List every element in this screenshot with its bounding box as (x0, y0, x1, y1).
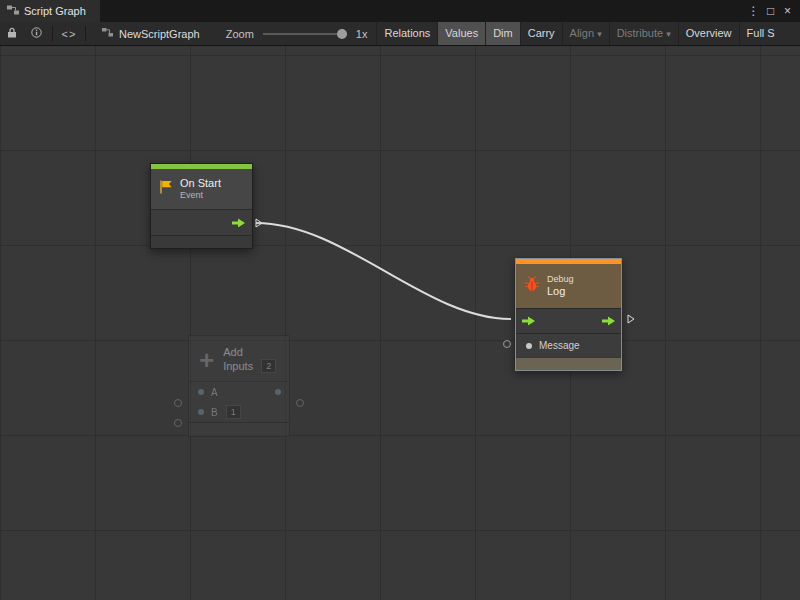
lock-icon (7, 27, 17, 40)
carry-button[interactable]: Carry (520, 22, 562, 45)
info-button[interactable] (24, 22, 48, 45)
zoom-slider-track[interactable] (263, 33, 347, 35)
fullscreen-button[interactable]: Full S (739, 22, 782, 45)
relations-button[interactable]: Relations (376, 22, 437, 45)
values-button[interactable]: Values (437, 22, 485, 45)
port-a-dot[interactable] (198, 389, 204, 395)
input-a-port[interactable] (174, 399, 182, 407)
tab-title: Script Graph (24, 5, 86, 17)
node-port-row (516, 308, 621, 333)
graph-name[interactable]: NewScriptGraph (102, 27, 200, 40)
inputs-count-field[interactable]: 2 (261, 359, 276, 373)
plus-icon: + (199, 348, 214, 372)
bug-icon (524, 276, 540, 296)
trigger-output-port[interactable] (627, 314, 635, 324)
node-title: Add (223, 346, 276, 359)
trigger-input-arrow-icon[interactable] (522, 317, 535, 326)
zoom-label: Zoom (226, 28, 254, 40)
input-row-b[interactable]: B 1 (189, 402, 289, 422)
overview-button[interactable]: Overview (678, 22, 739, 45)
node-debug-log[interactable]: Debug Log Message (515, 258, 622, 371)
node-title-block: Add Inputs 2 (223, 346, 276, 373)
title-bar: Script Graph ⋮ □ × (0, 0, 800, 22)
node-on-start[interactable]: On Start Event (150, 163, 253, 249)
toolbar-separator (85, 26, 86, 41)
node-title-block: Debug Log (547, 274, 574, 298)
code-icon: <> (62, 28, 77, 40)
code-view-button[interactable]: <> (57, 22, 81, 45)
chevron-down-icon: ▾ (666, 29, 671, 39)
window-controls: ⋮ □ × (745, 0, 800, 22)
lock-button[interactable] (0, 22, 24, 45)
node-title: Log (547, 285, 574, 298)
message-label: Message (539, 340, 580, 351)
toolbar-separator (52, 26, 53, 41)
message-input-port[interactable] (503, 340, 511, 348)
node-title: On Start (180, 177, 221, 190)
align-button-label: Align (570, 27, 594, 39)
node-subtitle: Event (180, 190, 221, 201)
distribute-button-label: Distribute (617, 27, 663, 39)
input-row-a[interactable]: A (189, 381, 289, 402)
flag-icon (159, 180, 173, 198)
align-button[interactable]: Align ▾ (562, 22, 609, 45)
node-footer (516, 357, 621, 370)
zoom-slider-handle[interactable] (337, 29, 347, 39)
node-subtitle: Inputs (223, 360, 253, 373)
tab-script-graph[interactable]: Script Graph (0, 0, 100, 22)
zoom-value: 1x (356, 28, 368, 40)
port-b-label: B (211, 407, 218, 418)
node-port-row (151, 209, 252, 235)
port-b-dot[interactable] (198, 409, 204, 415)
info-icon (31, 27, 42, 40)
node-category: Debug (547, 274, 574, 285)
maximize-icon[interactable]: □ (762, 0, 779, 22)
zoom-slider[interactable] (263, 29, 347, 39)
message-input-row[interactable]: Message (516, 333, 621, 357)
graph-name-label: NewScriptGraph (119, 28, 200, 40)
input-b-port[interactable] (174, 419, 182, 427)
script-graph-icon (7, 4, 19, 18)
node-header[interactable]: Debug Log (516, 264, 621, 308)
distribute-button[interactable]: Distribute ▾ (609, 22, 678, 45)
chevron-down-icon: ▾ (597, 29, 602, 39)
dim-button[interactable]: Dim (485, 22, 520, 45)
message-port-dot[interactable] (526, 343, 532, 349)
node-footer (189, 422, 289, 436)
zoom-control: Zoom 1x (226, 28, 368, 40)
toolbar-buttons: Relations Values Dim Carry Align ▾ Distr… (376, 22, 800, 45)
node-add-group: + Add Inputs 2 A B (170, 330, 310, 460)
trigger-output-arrow-icon[interactable] (232, 218, 245, 227)
node-title-block: On Start Event (180, 177, 221, 201)
trigger-output-port[interactable] (255, 218, 263, 228)
trigger-output-arrow-icon[interactable] (602, 317, 615, 326)
result-port-dot[interactable] (275, 389, 281, 395)
node-footer (151, 235, 252, 248)
connection-wire (0, 45, 800, 600)
node-header[interactable]: On Start Event (151, 169, 252, 209)
window-menu-icon[interactable]: ⋮ (745, 0, 762, 22)
node-add[interactable]: + Add Inputs 2 A B (188, 335, 290, 437)
node-header[interactable]: + Add Inputs 2 (189, 336, 289, 381)
graph-canvas[interactable]: On Start Event (0, 45, 800, 600)
script-graph-window: Script Graph ⋮ □ × <> NewScript (0, 0, 800, 600)
graph-toolbar: <> NewScriptGraph Zoom 1x Relations Valu… (0, 22, 800, 46)
port-b-value-field[interactable]: 1 (226, 405, 241, 419)
graph-asset-icon (102, 27, 113, 40)
close-icon[interactable]: × (779, 0, 796, 22)
result-output-port[interactable] (296, 399, 304, 407)
port-a-label: A (211, 387, 218, 398)
